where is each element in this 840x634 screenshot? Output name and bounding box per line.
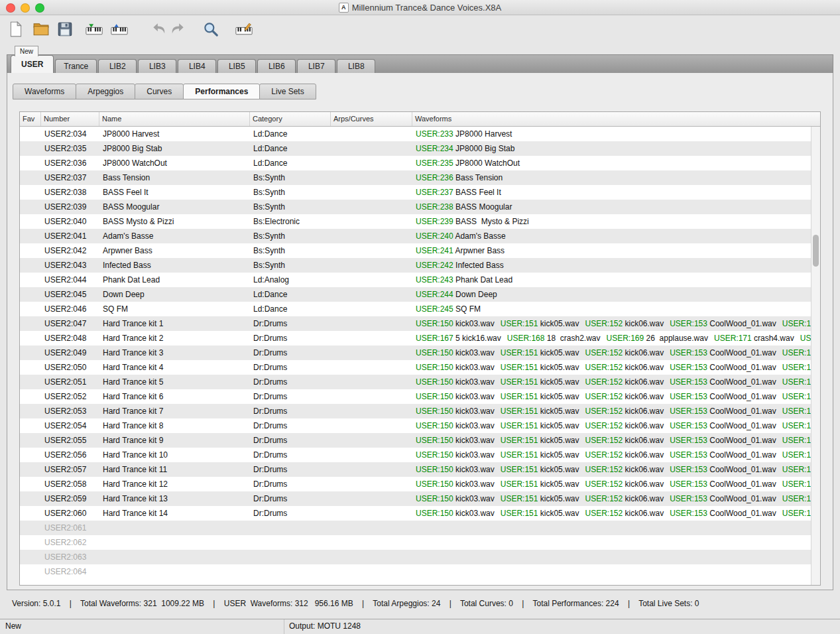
cell-arps (331, 302, 412, 316)
cell-fav (20, 506, 41, 521)
table-row[interactable]: USER2:034JP8000 HarvestLd:DanceUSER:233 … (20, 127, 811, 141)
table-row[interactable]: USER2:046SQ FMLd:DanceUSER:245 SQ FM (20, 302, 811, 316)
library-tab-user[interactable]: USER (11, 55, 54, 73)
section-tab-arpeggios[interactable]: Arpeggios (76, 84, 135, 99)
waveform-entry: USER:154 (782, 392, 811, 401)
table-row[interactable]: USER2:047Hard Trance kit 1Dr:DrumsUSER:1… (20, 316, 811, 331)
waveform-entry: USER:150 kick03.wav (416, 363, 495, 372)
table-row[interactable]: USER2:055Hard Trance kit 9Dr:DrumsUSER:1… (20, 433, 811, 448)
table-row[interactable]: USER2:056Hard Trance kit 10Dr:DrumsUSER:… (20, 448, 811, 462)
cell-cat: Dr:Drums (250, 331, 331, 346)
table-row[interactable]: USER2:052Hard Trance kit 6Dr:DrumsUSER:1… (20, 389, 811, 404)
table-row[interactable]: USER2:045Down DeepLd:DanceUSER:244 Down … (20, 287, 811, 302)
table-row[interactable]: USER2:038BASS Feel ItBs:SynthUSER:237 BA… (20, 185, 811, 200)
cell-fav (20, 491, 41, 506)
table-row[interactable]: USER2:063 (20, 550, 811, 564)
waveform-entry: USER:152 kick06.wav (585, 436, 664, 445)
cell-cat: Ld:Dance (250, 156, 331, 170)
section-tab-curves[interactable]: Curves (135, 84, 184, 99)
cell-num: USER2:037 (41, 170, 99, 185)
column-header-category[interactable]: Category (250, 112, 331, 126)
send-to-keyboard-icon[interactable] (110, 20, 129, 38)
cell-waveforms: USER:236 Bass Tension (412, 170, 811, 185)
cell-waveforms: USER:238 BASS Moogular (412, 200, 811, 214)
table-row[interactable]: USER2:058Hard Trance kit 12Dr:DrumsUSER:… (20, 477, 811, 491)
section-tab-live-sets[interactable]: Live Sets (259, 84, 316, 99)
cell-name (99, 564, 250, 579)
library-tab-lib6[interactable]: LIB6 (257, 59, 296, 73)
receive-from-keyboard-icon[interactable] (85, 20, 103, 38)
table-row[interactable]: USER2:048Hard Trance kit 2Dr:DrumsUSER:1… (20, 331, 811, 346)
search-icon[interactable] (202, 20, 220, 38)
status-document-state: New (5, 619, 21, 633)
cell-name: Hard Trance kit 2 (99, 331, 250, 346)
waveform-entry: USER:167 5 kick16.wav (416, 334, 501, 343)
table-row[interactable]: USER2:061 (20, 521, 811, 535)
column-header-number[interactable]: Number (41, 112, 99, 126)
library-tab-lib3[interactable]: LIB3 (138, 59, 176, 73)
table-row[interactable]: USER2:042Arpwner BassBs:SynthUSER:241 Ar… (20, 243, 811, 258)
table-row[interactable]: USER2:040BASS Mysto & PizziBs:Electronic… (20, 214, 811, 229)
document-name-tab[interactable]: New (15, 46, 38, 56)
table-row[interactable]: USER2:041Adam's BasseBs:SynthUSER:240 Ad… (20, 229, 811, 243)
new-document-icon[interactable] (7, 20, 25, 38)
table-row[interactable]: USER2:057Hard Trance kit 11Dr:DrumsUSER:… (20, 462, 811, 477)
library-tab-lib5[interactable]: LIB5 (217, 59, 256, 73)
waveform-entry: USER:151 kick05.wav (501, 436, 579, 445)
library-tabs: USERTranceLIB2LIB3LIB4LIB5LIB6LIB7LIB8 (7, 54, 833, 73)
table-row[interactable]: USER2:036JP8000 WatchOutLd:DanceUSER:235… (20, 156, 811, 170)
table-row[interactable]: USER2:062 (20, 535, 811, 550)
section-tab-performances[interactable]: Performances (183, 84, 260, 99)
waveform-entry: USER:150 kick03.wav (416, 421, 495, 430)
cell-arps (331, 141, 412, 156)
table-row[interactable]: USER2:043Infected BassBs:SynthUSER:242 I… (20, 258, 811, 273)
keyboard-edit-icon[interactable] (235, 20, 253, 38)
table-row[interactable]: USER2:060Hard Trance kit 14Dr:DrumsUSER:… (20, 506, 811, 521)
cell-name: Hard Trance kit 10 (99, 448, 250, 462)
waveform-entry: USER:151 kick05.wav (501, 319, 579, 328)
scrollbar-thumb[interactable] (813, 235, 819, 267)
table-row[interactable]: USER2:064 (20, 564, 811, 579)
cell-arps (331, 273, 412, 287)
column-header-name[interactable]: Name (99, 112, 250, 126)
cell-waveforms: USER:150 kick03.wavUSER:151 kick05.wavUS… (412, 389, 811, 404)
vertical-scrollbar[interactable] (811, 127, 820, 585)
undo-icon[interactable] (150, 20, 168, 38)
table-row[interactable]: USER2:044Phank Dat LeadLd:AnalogUSER:243… (20, 273, 811, 287)
table-row[interactable]: USER2:035JP8000 Big StabLd:DanceUSER:234… (20, 141, 811, 156)
column-header-waveforms[interactable]: Waveforms (412, 112, 820, 126)
cell-name: Hard Trance kit 13 (99, 491, 250, 506)
cell-name: BASS Moogular (99, 200, 250, 214)
library-tab-lib8[interactable]: LIB8 (337, 59, 375, 73)
cell-waveforms: USER:235 JP8000 WatchOut (412, 156, 811, 170)
table-row[interactable]: USER2:053Hard Trance kit 7Dr:DrumsUSER:1… (20, 404, 811, 418)
table-row[interactable]: USER2:059Hard Trance kit 13Dr:DrumsUSER:… (20, 491, 811, 506)
redo-icon[interactable] (168, 20, 187, 38)
library-tab-lib4[interactable]: LIB4 (178, 59, 216, 73)
waveform-entry: USER:169 26 applause.wav (607, 334, 708, 343)
cell-cat: Bs:Synth (250, 170, 331, 185)
table-row[interactable]: USER2:037Bass TensionBs:SynthUSER:236 Ba… (20, 170, 811, 185)
table-row[interactable]: USER2:050Hard Trance kit 4Dr:DrumsUSER:1… (20, 360, 811, 375)
table-row[interactable]: USER2:039BASS MoogularBs:SynthUSER:238 B… (20, 200, 811, 214)
cell-fav (20, 462, 41, 477)
section-tab-waveforms[interactable]: Waveforms (13, 84, 76, 99)
waveform-entry: USER:243 Phank Dat Lead (416, 275, 512, 285)
table-row[interactable]: USER2:054Hard Trance kit 8Dr:DrumsUSER:1… (20, 418, 811, 433)
library-tab-lib2[interactable]: LIB2 (98, 59, 137, 73)
open-file-icon[interactable] (32, 20, 50, 38)
column-header-arps-curves[interactable]: Arps/Curves (331, 112, 412, 126)
cell-num: USER2:058 (41, 477, 99, 491)
column-header-fav[interactable]: Fav (20, 112, 41, 126)
cell-name: Hard Trance kit 5 (99, 375, 250, 389)
waveform-entry: USER:242 Infected Bass (416, 261, 504, 270)
library-tab-trance[interactable]: Trance (55, 59, 97, 73)
cell-waveforms (412, 550, 811, 564)
table-row[interactable]: USER2:049Hard Trance kit 3Dr:DrumsUSER:1… (20, 346, 811, 360)
cell-fav (20, 200, 41, 214)
save-icon[interactable] (56, 20, 74, 38)
library-tab-lib7[interactable]: LIB7 (297, 59, 335, 73)
waveform-entry: USER:150 kick03.wav (416, 450, 495, 460)
cell-waveforms: USER:242 Infected Bass (412, 258, 811, 273)
table-row[interactable]: USER2:051Hard Trance kit 5Dr:DrumsUSER:1… (20, 375, 811, 389)
